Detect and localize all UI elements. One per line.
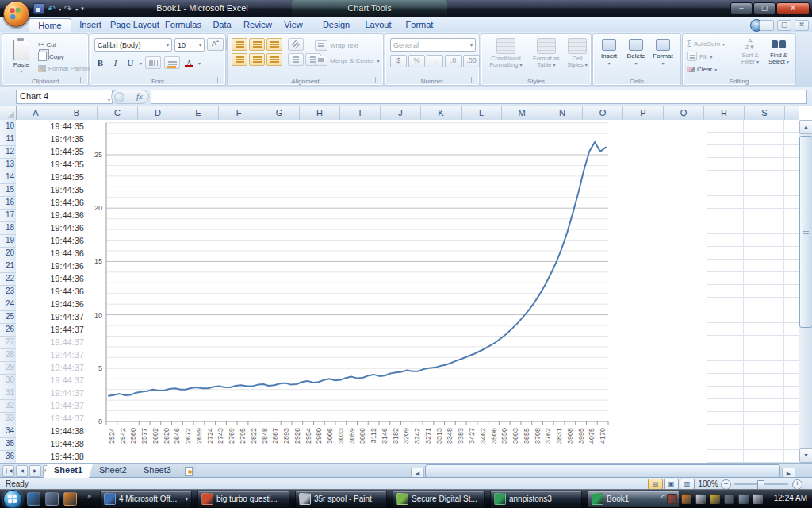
column-header-e[interactable]: E: [178, 106, 219, 120]
row-header-27[interactable]: 27: [0, 336, 16, 349]
workbook-minimize-button[interactable]: –: [760, 20, 774, 31]
row-header-26[interactable]: 26: [0, 323, 16, 337]
cell-a32[interactable]: 19:44:37: [16, 399, 86, 412]
name-box-dropdown-icon[interactable]: ▾: [108, 94, 110, 106]
tab-data[interactable]: Data: [206, 18, 238, 31]
tab-design[interactable]: Design: [316, 18, 357, 31]
page-break-view-icon[interactable]: ▥: [680, 479, 695, 490]
align-middle-button[interactable]: [249, 38, 265, 51]
autosum-button[interactable]: ΣAutoSum▾: [687, 38, 725, 49]
cell-a19[interactable]: 19:44:36: [16, 234, 86, 247]
undo-dropdown-icon[interactable]: ▾: [59, 6, 61, 12]
column-header-a[interactable]: A: [16, 106, 56, 120]
tab-layout[interactable]: Layout: [358, 18, 398, 31]
column-header-i[interactable]: I: [340, 106, 381, 120]
taskbar-button-35r-spool-paint[interactable]: 35r spool - Paint: [295, 491, 387, 507]
tray-shield-icon[interactable]: [710, 494, 720, 504]
column-header-h[interactable]: H: [300, 106, 340, 120]
format-painter-button[interactable]: Format Painter: [38, 63, 90, 74]
qat-customize-icon[interactable]: ▾: [81, 6, 84, 12]
row-header-20[interactable]: 20: [0, 247, 16, 260]
alignment-dialog-launcher-icon[interactable]: [375, 77, 381, 83]
row-header-15[interactable]: 15: [0, 183, 16, 197]
number-dialog-launcher-icon[interactable]: [471, 77, 477, 83]
zoom-level[interactable]: 100%: [698, 478, 718, 490]
next-sheet-icon[interactable]: ▶: [29, 465, 41, 477]
media-player-icon[interactable]: [63, 492, 77, 506]
tab-insert[interactable]: Insert: [73, 18, 108, 31]
taskbar-clock[interactable]: 12:24 AM: [774, 489, 807, 508]
sheet-tab-sheet2[interactable]: Sheet2: [89, 464, 137, 478]
cell-a16[interactable]: 19:44:36: [16, 196, 86, 209]
row-header-29[interactable]: 29: [0, 361, 16, 375]
row-header-32[interactable]: 32: [0, 399, 16, 413]
row-header-21[interactable]: 21: [0, 260, 16, 273]
row-header-30[interactable]: 30: [0, 374, 16, 387]
borders-button[interactable]: [145, 56, 161, 69]
cell-a30[interactable]: 19:44:37: [16, 374, 86, 387]
column-header-j[interactable]: J: [381, 106, 421, 120]
fill-color-button[interactable]: [164, 56, 180, 69]
taskbar-button-annpistons3[interactable]: annpistons3: [490, 491, 582, 507]
italic-button[interactable]: I: [109, 58, 121, 67]
minimize-button[interactable]: –: [730, 2, 753, 15]
taskbar-button-4-microsoft-off[interactable]: 4 Microsoft Off...▾: [100, 491, 192, 507]
scroll-down-icon[interactable]: ▼: [799, 448, 812, 463]
sheet-tab-sheet1[interactable]: Sheet1: [44, 464, 93, 478]
clear-button[interactable]: Clear▾: [687, 64, 725, 75]
cell-a14[interactable]: 19:44:35: [16, 171, 86, 183]
sheet-tab-sheet3[interactable]: Sheet3: [133, 464, 182, 478]
fill-button[interactable]: Fill▾: [687, 51, 725, 62]
column-header-f[interactable]: F: [219, 106, 259, 120]
align-bottom-button[interactable]: [266, 38, 282, 51]
font-size-combo[interactable]: 10▾: [174, 38, 205, 52]
format-as-table-button[interactable]: Format as Table ▾: [529, 37, 564, 68]
cell-a21[interactable]: 19:44:36: [16, 260, 86, 272]
align-center-button[interactable]: [249, 53, 265, 66]
orientation-button[interactable]: [288, 38, 304, 51]
cell-a13[interactable]: 19:44:35: [16, 158, 86, 171]
paste-dropdown-icon[interactable]: ▾: [7, 68, 36, 74]
wrap-text-button[interactable]: Wrap Text: [315, 40, 358, 51]
prev-sheet-icon[interactable]: ◀: [16, 465, 28, 477]
column-header-p[interactable]: P: [623, 106, 664, 120]
redo-icon[interactable]: ↷: [64, 4, 72, 13]
row-header-12[interactable]: 12: [0, 145, 16, 159]
row-header-13[interactable]: 13: [0, 158, 16, 171]
conditional-formatting-button[interactable]: Conditional Formatting ▾: [483, 37, 529, 68]
row-header-16[interactable]: 16: [0, 196, 16, 210]
cell-a33[interactable]: 19:44:37: [16, 412, 86, 425]
grow-font-button[interactable]: Aˆ: [207, 38, 224, 51]
copy-button[interactable]: Copy: [38, 51, 90, 62]
cell-a34[interactable]: 19:44:38: [16, 425, 86, 437]
row-header-11[interactable]: 11: [0, 133, 16, 146]
row-header-18[interactable]: 18: [0, 221, 16, 235]
fx-icon[interactable]: fx: [136, 91, 143, 101]
column-header-q[interactable]: Q: [664, 106, 704, 120]
underline-button[interactable]: U: [124, 58, 136, 67]
format-cells-button[interactable]: Format▾: [649, 37, 676, 67]
column-header-o[interactable]: O: [583, 106, 623, 120]
undo-icon[interactable]: ↶: [48, 4, 56, 13]
column-header-g[interactable]: G: [259, 106, 300, 120]
merge-center-button[interactable]: Merge & Center▾: [315, 55, 379, 66]
row-header-17[interactable]: 17: [0, 209, 16, 222]
switch-windows-icon[interactable]: [45, 492, 59, 506]
align-top-button[interactable]: [232, 38, 247, 51]
paste-button[interactable]: Paste ▾: [6, 37, 36, 80]
cell-a24[interactable]: 19:44:36: [16, 298, 86, 310]
tray-app-orange-icon[interactable]: [681, 494, 691, 504]
insert-function-icon[interactable]: [114, 92, 124, 102]
font-dialog-launcher-icon[interactable]: [217, 77, 224, 83]
workbook-close-button[interactable]: ✕: [795, 20, 809, 31]
row-header-10[interactable]: 10: [0, 120, 16, 133]
quick-launch-overflow-icon[interactable]: »: [87, 492, 91, 500]
horizontal-scrollbar-thumb[interactable]: [425, 464, 780, 478]
align-right-button[interactable]: [266, 53, 282, 66]
start-button[interactable]: [3, 490, 22, 508]
column-header-c[interactable]: C: [98, 106, 138, 120]
tab-view[interactable]: View: [278, 18, 309, 31]
cell-a22[interactable]: 19:44:36: [16, 272, 86, 285]
cell-a10[interactable]: 19:44:35: [16, 120, 86, 133]
cell-a29[interactable]: 19:44:37: [16, 361, 86, 374]
